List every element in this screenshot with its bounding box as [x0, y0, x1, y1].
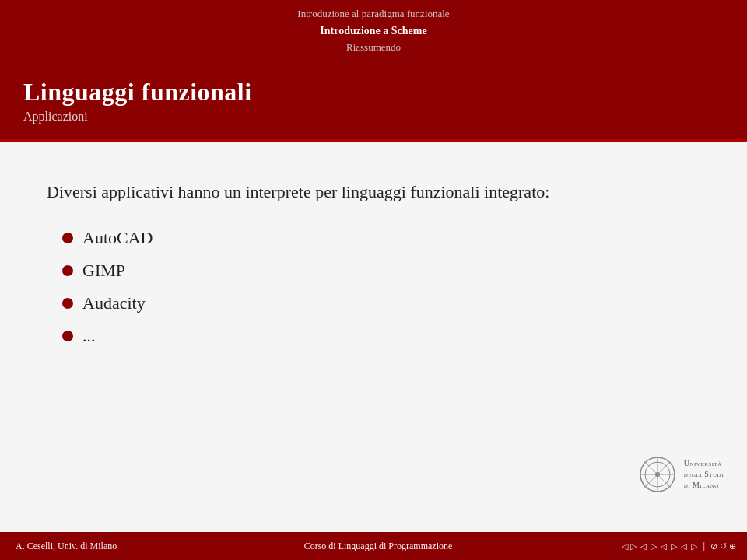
nav-section-next-icon[interactable]: ▷: [691, 541, 697, 551]
university-emblem: ✦: [639, 456, 676, 493]
svg-text:✦: ✦: [654, 471, 661, 479]
nav-line-2: Introduzione a Scheme: [0, 23, 747, 40]
nav-separator-1: ◁: [640, 542, 647, 551]
nav-separator-3: ◁: [681, 542, 687, 551]
bottom-bar: A. Ceselli, Univ. di Milano Corso di Lin…: [0, 532, 747, 560]
nav-separator-4: |: [703, 540, 705, 552]
nav-section-prev-icon[interactable]: ▷: [671, 541, 677, 551]
bullet-label-gimp: GIMP: [82, 261, 125, 281]
nav-prev-icon[interactable]: ◁: [622, 541, 628, 551]
bullet-list: AutoCAD GIMP Audacity ...: [47, 228, 700, 346]
bullet-label-audacity: Audacity: [82, 293, 146, 313]
intro-text: Diversi applicativi hanno un interprete …: [47, 180, 700, 205]
nav-separator-2: ◁: [661, 542, 667, 551]
nav-line-3: Riassumendo: [0, 40, 747, 56]
bullet-dot-icon: [62, 331, 73, 341]
nav-zoom-icon[interactable]: ⊕: [729, 541, 736, 551]
list-item: Audacity: [62, 293, 700, 313]
top-navigation: Introduzione al paradigma funzionale Int…: [0, 0, 747, 64]
footer-author: A. Ceselli, Univ. di Milano: [0, 541, 205, 552]
slide-main-body: Diversi applicativi hanno un interprete …: [0, 142, 747, 532]
slide-header: Linguaggi funzionali Applicazioni: [0, 64, 747, 142]
bullet-label-autocad: AutoCAD: [82, 228, 153, 248]
nav-line-1: Introduzione al paradigma funzionale: [0, 6, 747, 23]
nav-chapter-prev-icon[interactable]: ▷: [651, 541, 657, 551]
bullet-dot-icon: [62, 298, 73, 309]
bullet-label-more: ...: [82, 326, 96, 346]
slide-subtitle: Applicazioni: [23, 110, 724, 124]
nav-fit-icon[interactable]: ⊘: [710, 541, 717, 551]
slide-container: Introduzione al paradigma funzionale Int…: [0, 0, 747, 532]
navigation-controls[interactable]: ◁ ▷ ◁ ▷ ◁ ▷ ◁ ▷ | ⊘ ↺ ⊕: [622, 540, 736, 552]
university-name: Università degli Studi di Milano: [684, 458, 724, 491]
university-logo-area: ✦ Università degli Studi di Milano: [639, 456, 724, 493]
list-item: GIMP: [62, 261, 700, 281]
nav-refresh-icon[interactable]: ↺: [720, 541, 727, 551]
list-item: AutoCAD: [62, 228, 700, 248]
footer-course: Corso di Linguaggi di Programmazione: [205, 541, 552, 552]
nav-prev2-icon[interactable]: ▷: [630, 541, 637, 551]
list-item: ...: [62, 326, 700, 346]
bullet-dot-icon: [62, 265, 73, 276]
bullet-dot-icon: [62, 233, 73, 243]
slide-title: Linguaggi funzionali: [23, 78, 724, 107]
footer-nav-controls: ◁ ▷ ◁ ▷ ◁ ▷ ◁ ▷ | ⊘ ↺ ⊕: [552, 540, 747, 552]
